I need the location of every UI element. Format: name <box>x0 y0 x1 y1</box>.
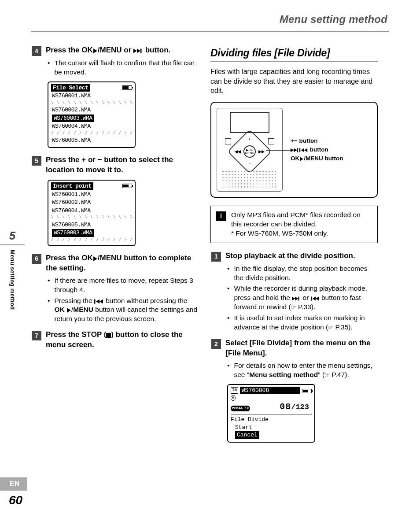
rewind-icon: ◀◀ <box>235 149 241 154</box>
bullet: In the file display, the stop position b… <box>227 264 378 283</box>
bullet: The cursor will flash to confirm that th… <box>48 59 198 77</box>
left-column: 4 Press the OK/MENU or button. The curso… <box>31 45 198 449</box>
note-box: ! Only MP3 files and PCM* files recorded… <box>210 206 378 243</box>
svg-rect-6 <box>311 297 312 301</box>
header-rule <box>31 31 389 32</box>
lcd-file-divide: IN WS760008 A PCM44.1k 08/123 File Divid… <box>227 384 315 443</box>
rewind-icon <box>311 296 320 301</box>
step-number: 1 <box>211 252 221 262</box>
alert-icon: ! <box>216 211 226 221</box>
minus-icon: − <box>248 161 251 166</box>
svg-rect-2 <box>106 333 111 338</box>
reference-icon: ☞ <box>324 372 330 378</box>
device-button-right <box>268 138 274 144</box>
step-title: Press the OK/MENU or button. <box>46 45 170 55</box>
svg-rect-1 <box>94 299 96 303</box>
svg-rect-5 <box>298 297 299 301</box>
step-title: Press the + or − button to select the lo… <box>46 155 198 175</box>
bullet: If there are more files to move, repeat … <box>48 276 198 295</box>
format-badge: PCM44.1k <box>231 406 250 411</box>
play-icon <box>299 157 304 161</box>
device-screen <box>230 112 269 133</box>
play-icon <box>66 308 71 313</box>
step-number: 6 <box>32 254 41 264</box>
svg-rect-4 <box>299 148 300 152</box>
rewind-icon <box>299 148 308 152</box>
right-step-1: 1 Stop playback at the divide position. … <box>210 251 378 332</box>
step-5: 5 Press the + or − button to select the … <box>31 155 198 246</box>
section-heading: Dividing files [File Divide] <box>210 46 378 62</box>
svg-rect-0 <box>140 49 142 53</box>
step-number: 5 <box>32 156 41 166</box>
side-tab: 5 Menu setting method <box>0 229 25 310</box>
device-dpad: ▶OKMENU + − ◀◀ ▶▶ <box>234 136 265 167</box>
stop-icon <box>106 333 111 338</box>
ok-menu-button: ▶OKMENU <box>243 145 256 158</box>
forward-icon: ▶▶ <box>258 149 265 154</box>
lcd-file-select: File Select WS760001.WMA \ \ \ \ \ \ \ \… <box>48 81 136 148</box>
lcd-insert-point: Insert point WS760001.WMA WS760002.WMA W… <box>48 180 136 246</box>
step-number: 4 <box>32 46 41 56</box>
intro-paragraph: Files with large capacities and long rec… <box>210 67 378 96</box>
plus-icon: + <box>248 137 251 142</box>
bullet: While the recorder is during playback mo… <box>227 284 378 312</box>
reference-icon: ☞ <box>291 304 296 310</box>
leader-line <box>266 150 292 151</box>
battery-icon <box>122 85 132 90</box>
device-button-left <box>225 138 231 144</box>
step-number: 7 <box>32 331 41 340</box>
chapter-label: Menu setting method <box>9 250 16 310</box>
columns: 4 Press the OK/MENU or button. The curso… <box>31 45 389 449</box>
language-tab: EN <box>0 477 27 491</box>
step-7: 7 Press the STOP () button to close the … <box>31 330 198 350</box>
speaker-grille <box>221 170 278 188</box>
right-column: Dividing files [File Divide] Files with … <box>210 45 378 449</box>
step-title: Press the OK/MENU button to complete the… <box>46 253 198 273</box>
play-icon <box>93 48 98 53</box>
mic-icon: IN <box>231 387 238 393</box>
reference-icon: ☞ <box>328 324 333 331</box>
step-title: Press the STOP () button to close the me… <box>46 330 198 350</box>
svg-rect-3 <box>297 148 298 152</box>
step-title: Select [File Divide] from the menu on th… <box>225 338 378 358</box>
bullet: For details on how to enter the menu set… <box>227 361 378 380</box>
battery-icon <box>302 389 312 393</box>
chapter-number: 5 <box>0 229 25 245</box>
step-4: 4 Press the OK/MENU or button. The curso… <box>31 45 198 148</box>
step-title: Stop playback at the divide position. <box>225 251 355 261</box>
play-icon <box>93 256 98 261</box>
step-6: 6 Press the OK/MENU button to complete t… <box>31 253 198 324</box>
rewind-icon <box>94 299 104 304</box>
page: Menu setting method 4 Press the OK/MENU … <box>0 0 420 458</box>
battery-icon <box>122 184 132 188</box>
right-step-2: 2 Select [File Divide] from the menu on … <box>210 338 378 443</box>
header-title: Menu setting method <box>31 13 389 26</box>
page-number: 60 <box>9 493 22 507</box>
bullet: Pressing the button without pressing the… <box>48 296 198 324</box>
folder-badge: A <box>231 395 236 401</box>
button-labels: +− button button OK/MENU button <box>291 137 343 163</box>
fast-forward-icon <box>133 48 143 53</box>
fast-forward-icon <box>292 296 301 301</box>
device-diagram: ▶OKMENU + − ◀◀ ▶▶ +− button button <box>210 102 378 198</box>
bullet: It is useful to set index marks on marki… <box>227 314 378 332</box>
step-number: 2 <box>211 339 221 349</box>
